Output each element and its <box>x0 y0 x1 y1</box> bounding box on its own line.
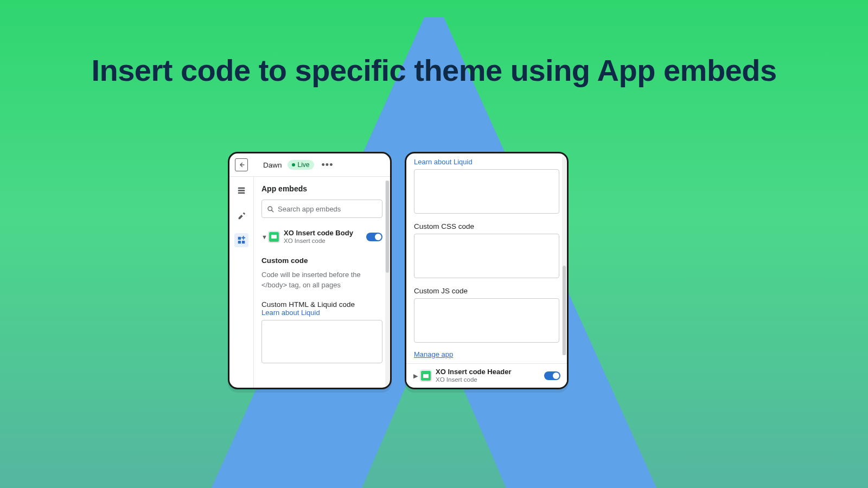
mockup-right: Learn about Liquid Custom CSS code Custo… <box>405 152 569 389</box>
live-badge: Live <box>288 160 314 170</box>
css-textarea[interactable] <box>414 234 559 278</box>
chevron-down-icon: ▼ <box>261 234 267 240</box>
embed-toggle[interactable] <box>366 233 382 241</box>
scrollbar-thumb[interactable] <box>563 266 566 355</box>
embed-item-header[interactable]: ▶ XO Insert code Header XO Insert code <box>406 363 567 388</box>
app-embeds-icon <box>237 235 246 245</box>
app-embeds-panel: App embeds Search app embeds ▼ XO Insert… <box>254 177 390 388</box>
svg-rect-5 <box>238 241 241 243</box>
custom-code-helper: Code will be inserted before the </body>… <box>261 270 382 291</box>
app-icon <box>420 370 431 381</box>
editor-side-rail <box>229 177 254 388</box>
svg-rect-4 <box>238 237 241 240</box>
arrow-left-icon <box>238 161 245 169</box>
html-textarea[interactable] <box>261 320 382 363</box>
embed-subtitle: XO Insert code <box>436 376 544 384</box>
learn-liquid-link[interactable]: Learn about Liquid <box>261 309 320 317</box>
scrollbar-thumb[interactable] <box>386 181 389 273</box>
js-textarea[interactable] <box>414 298 559 343</box>
svg-rect-2 <box>238 190 245 191</box>
app-icon <box>269 232 279 242</box>
live-dot-icon <box>292 163 295 166</box>
svg-rect-1 <box>238 188 245 189</box>
manage-app-link[interactable]: Manage app <box>414 350 453 358</box>
rail-theme-settings-button[interactable] <box>234 208 248 222</box>
js-label: Custom JS code <box>414 287 559 295</box>
search-input[interactable]: Search app embeds <box>261 200 382 218</box>
scrollbar[interactable] <box>562 157 566 355</box>
sections-icon <box>237 185 246 195</box>
search-placeholder: Search app embeds <box>278 205 341 213</box>
exit-editor-button[interactable] <box>235 158 248 171</box>
svg-rect-3 <box>238 192 245 194</box>
more-actions-button[interactable]: ••• <box>322 159 334 171</box>
rail-app-embeds-button[interactable] <box>234 233 248 247</box>
panel-title: App embeds <box>261 184 382 193</box>
svg-rect-6 <box>242 241 245 243</box>
scrollbar[interactable] <box>385 181 390 386</box>
learn-liquid-link[interactable]: Learn about Liquid <box>414 158 473 166</box>
rail-sections-button[interactable] <box>234 183 248 197</box>
headline: Insert code to specific theme using App … <box>0 54 868 87</box>
embed-toggle[interactable] <box>544 371 560 380</box>
theme-name: Dawn <box>263 161 282 169</box>
html-textarea-continued[interactable] <box>414 169 559 214</box>
mockup-left: Dawn Live ••• App embeds <box>228 152 392 389</box>
embed-title: XO Insert code Header <box>436 368 544 376</box>
custom-code-heading: Custom code <box>261 256 382 265</box>
paintbrush-icon <box>237 210 246 220</box>
css-label: Custom CSS code <box>414 222 559 230</box>
embed-item-body[interactable]: ▼ XO Insert code Body XO Insert code <box>261 229 382 245</box>
html-label: Custom HTML & Liquid code <box>261 300 382 309</box>
chevron-right-icon: ▶ <box>413 373 418 380</box>
live-badge-label: Live <box>298 161 310 169</box>
svg-line-8 <box>272 210 273 211</box>
editor-topbar: Dawn Live ••• <box>229 153 390 177</box>
embed-subtitle: XO Insert code <box>284 237 366 245</box>
search-icon <box>266 205 275 213</box>
embed-title: XO Insert code Body <box>284 229 366 237</box>
